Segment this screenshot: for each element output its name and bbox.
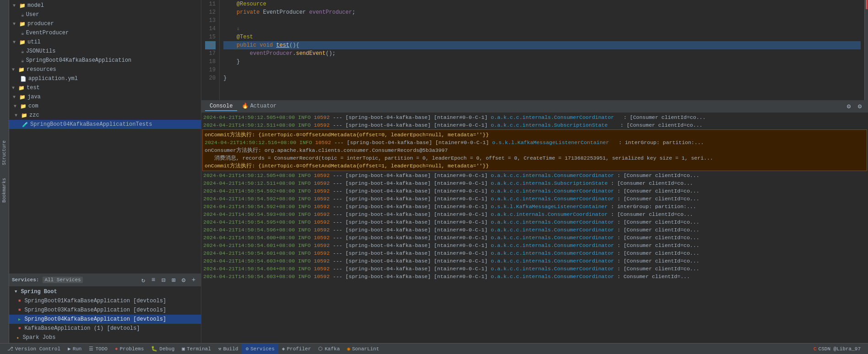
tree-item-springboot04[interactable]: ☕SpringBoot04KafkaBaseApplication (9, 56, 201, 65)
terminal-btn[interactable]: ▣ Terminal (178, 343, 214, 354)
console-toolbar: Console 🔥Actuator ⚙ ⚙ (201, 101, 868, 113)
log-line: 2024-04-21T14:50:54.604+08:00 INFO 10592… (201, 265, 868, 273)
line-numbers: 11 12 13 14 15 16 17 18 19 20 (201, 0, 220, 100)
log-line: 2024-04-21T14:50:54.595+08:00 INFO 10592… (201, 218, 868, 226)
add-btn[interactable]: + (189, 275, 198, 284)
code-line-17: eventProducer.sendEvent(); (223, 49, 861, 58)
kafka-btn[interactable]: ⬡ Kafka (315, 343, 343, 354)
java-icon: ☕ (21, 30, 24, 36)
editor-area: 11 12 13 14 15 16 17 18 19 20 @Resource … (201, 0, 868, 101)
bookmarks-label[interactable]: Bookmarks (2, 176, 7, 204)
filter-btn[interactable]: ≡ (149, 275, 158, 284)
code-editor[interactable]: @Resource private EventProducer eventPro… (220, 0, 864, 100)
problems-btn[interactable]: ● Problems (111, 343, 147, 354)
code-line-18: } (223, 58, 861, 66)
console-settings-btn[interactable]: ⚙ (844, 102, 853, 111)
sidebar: ▼📁model☕User▼📁producer☕EventProducer▼📁ut… (9, 0, 201, 343)
services-btn[interactable]: ⚙ Services (242, 343, 278, 354)
folder-icon: 📁 (18, 67, 25, 73)
services-panel: Services: All Services ↻ ≡ ⊟ ⊞ ⚙ + ▼Spri… (9, 274, 201, 343)
tree-item-util[interactable]: ▼📁util (9, 38, 201, 47)
log-line: 2024-04-21T14:50:54.592+08:00 INFO 10592… (201, 187, 868, 195)
project-tree: ▼📁model☕User▼📁producer☕EventProducer▼📁ut… (9, 0, 201, 274)
terminal-icon: ▣ (182, 346, 185, 352)
log-line: 2024-04-21T14:50:54.601+08:00 INFO 10592… (201, 241, 868, 249)
tree-item-user[interactable]: ☕User (9, 10, 201, 19)
log-line: 2024-04-21T14:50:12.511+08:00 INFO 10592… (201, 179, 868, 187)
service-item[interactable]: ▶SpringBoot04KafkaBaseApplication [devto… (9, 315, 201, 324)
tree-item-appyaml[interactable]: 📄application.yml (9, 74, 201, 83)
git-icon: ⎇ (7, 346, 13, 352)
log-line: 2024-04-21T14:50:54.593+08:00 INFO 10592… (201, 210, 868, 218)
yaml-icon: 📄 (20, 76, 27, 82)
right-panel: 11 12 13 14 15 16 17 18 19 20 @Resource … (201, 0, 868, 343)
log-line: 2024-04-21T14:50:12.505+08:00 INFO 10592… (201, 113, 868, 121)
actuator-tab[interactable]: 🔥Actuator (237, 102, 281, 111)
console-area: Console 🔥Actuator ⚙ ⚙ 2024-04-21T14:50:1… (201, 101, 868, 343)
java-icon: ☕ (21, 48, 24, 54)
run-btn[interactable]: ▶ Run (64, 343, 85, 354)
log-line: 2024-04-21T14:50:12.505+08:00 INFO 10592… (201, 172, 868, 179)
service-item[interactable]: ▼Spring Boot (9, 287, 201, 296)
spark-service-icon: ★ (16, 335, 19, 340)
todo-icon: ☰ (89, 346, 93, 352)
code-line-12: private EventProducer eventProducer; (223, 8, 861, 16)
console-content: 2024-04-21T14:50:12.505+08:00 INFO 10592… (201, 113, 868, 343)
debug-btn[interactable]: 🐛 Debug (147, 343, 178, 354)
services-title: Services: (12, 277, 39, 283)
highlight-line-2: 2024-04-21T14:50:12.516+08:00 INFO 10592… (205, 139, 865, 146)
service-item[interactable]: ■SpringBoot03KafkaBaseApplication [devto… (9, 306, 201, 315)
expand-btn[interactable]: ⊞ (169, 275, 178, 284)
log-line: 2024-04-21T14:50:54.596+08:00 INFO 10592… (201, 226, 868, 234)
service-item[interactable]: ■KafkaBaseApplication (1) [devtools] (9, 324, 201, 333)
tree-item-com[interactable]: ▼📁com (9, 102, 201, 111)
console-tab[interactable]: Console (205, 102, 237, 111)
java-icon: ☕ (21, 58, 24, 64)
tree-item-zzc[interactable]: ▼📁zzc (9, 111, 201, 120)
debug-icon: 🐛 (151, 346, 157, 352)
tree-item-jsonutils[interactable]: ☕JSONUtils (9, 47, 201, 56)
tree-item-java2[interactable]: ▼📁java (9, 92, 201, 102)
highlight-line-5: onCommit方法执行: {interTopic-0=OffsetAndMet… (205, 162, 865, 170)
version-control-btn[interactable]: ⎇ Version Control (4, 343, 64, 354)
tree-item-springtest[interactable]: 🧪SpringBoot04KafkaBaseApplicationTests (9, 120, 201, 129)
code-line-19 (223, 66, 861, 74)
editor-scrollbar[interactable] (864, 0, 868, 100)
run-service-icon: ■ (18, 326, 21, 331)
tree-item-producer[interactable]: ▼📁producer (9, 19, 201, 28)
build-icon: ⚒ (218, 346, 222, 352)
structure-label[interactable]: Structure (2, 139, 7, 167)
console-config-btn[interactable]: ⚙ (855, 102, 864, 111)
all-services-tab[interactable]: All Services (43, 277, 82, 283)
sonar-btn[interactable]: ◉ SonarLint (343, 343, 383, 354)
profiler-btn[interactable]: ◈ Profiler (278, 343, 315, 354)
run-service-icon: ■ (18, 299, 21, 303)
service-item[interactable]: ★Spark Jobs (9, 333, 201, 342)
tree-item-test[interactable]: ▼📁test (9, 83, 201, 92)
services-toolbar: Services: All Services ↻ ≡ ⊟ ⊞ ⚙ + (9, 274, 201, 286)
csdn-label: C CSDN @Libra_97 (810, 346, 864, 352)
build-btn[interactable]: ⚒ Build (215, 343, 242, 354)
tree-item-model[interactable]: ▼📁model (9, 1, 201, 10)
tree-item-resources[interactable]: ▼📁resources (9, 65, 201, 74)
tree-item-eventproducer[interactable]: ☕EventProducer (9, 28, 201, 38)
folder-icon: 📁 (20, 103, 27, 109)
highlight-line-1: onCommit方法执行: {interTopic-0=OffsetAndMet… (205, 131, 865, 139)
code-line-16: public void test(){ (223, 41, 861, 49)
java-icon: ☕ (21, 12, 24, 18)
kafka-icon: ⬡ (318, 346, 323, 352)
sync-btn[interactable]: ↻ (139, 275, 148, 284)
folder-icon: 📁 (19, 39, 26, 45)
todo-btn[interactable]: ☰ TODO (85, 343, 111, 354)
run-service-icon: ■ (18, 308, 21, 312)
services-status-icon: ⚙ (245, 346, 249, 352)
status-right: C CSDN @Libra_97 (810, 346, 864, 352)
folder-icon: 📁 (18, 85, 25, 91)
sonar-icon: ◉ (347, 346, 350, 352)
service-item[interactable]: ■SpringBoot01KafkaBaseApplication [devto… (9, 296, 201, 306)
code-line-15: @Test (223, 33, 861, 41)
settings-btn[interactable]: ⚙ (179, 275, 188, 284)
services-list: ▼Spring Boot■SpringBoot01KafkaBaseApplic… (9, 286, 201, 343)
highlight-line-3: onConsumer方法执行: org.apache.kafka.clients… (205, 146, 865, 154)
collapse-btn[interactable]: ⊟ (159, 275, 168, 284)
